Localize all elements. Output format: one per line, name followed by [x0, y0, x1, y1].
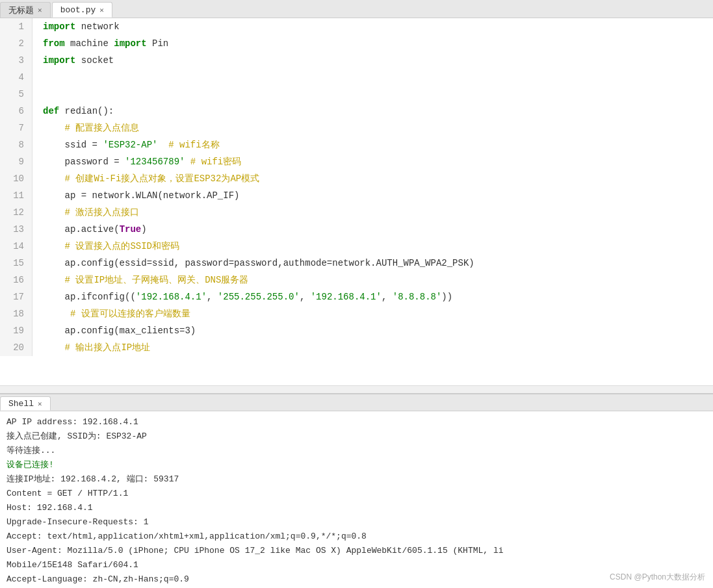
line-number: 19 [0, 322, 32, 339]
line-number: 11 [0, 187, 32, 204]
tab-bar: 无标题✕boot.py✕ [0, 0, 713, 18]
table-row: 7 # 配置接入点信息 [0, 120, 713, 136]
line-number: 17 [0, 288, 32, 305]
shell-tab[interactable]: Shell ✕ [0, 396, 51, 411]
tab-无标题[interactable]: 无标题✕ [0, 2, 51, 18]
line-content[interactable]: # 创建Wi-Fi接入点对象，设置ESP32为AP模式 [32, 170, 713, 187]
line-number: 14 [0, 238, 32, 255]
watermark: CSDN @Python大数据分析 [610, 572, 705, 583]
table-row: 2from machine import Pin [0, 35, 713, 52]
line-number: 18 [0, 305, 32, 322]
table-row: 20 # 输出接入点IP地址 [0, 339, 713, 356]
line-number: 6 [0, 103, 32, 120]
list-item: Accept: text/html,application/xhtml+xml,… [6, 530, 707, 544]
line-number: 15 [0, 255, 32, 272]
horizontal-scrollbar[interactable] [0, 385, 713, 393]
line-content[interactable]: # 激活接入点接口 [32, 204, 713, 221]
line-content[interactable]: ap = network.WLAN(network.AP_IF) [32, 187, 713, 204]
line-content[interactable] [32, 69, 713, 86]
line-number: 4 [0, 69, 32, 86]
table-row: 3import socket [0, 52, 713, 69]
tab-boot.py[interactable]: boot.py✕ [52, 2, 112, 18]
line-number: 10 [0, 170, 32, 187]
shell-tab-bar: Shell ✕ [0, 394, 713, 411]
line-number: 12 [0, 204, 32, 221]
line-content[interactable]: ap.ifconfig(('192.168.4.1', '255.255.255… [32, 288, 713, 305]
table-row: 16 # 设置IP地址、子网掩码、网关、DNS服务器 [0, 272, 713, 288]
line-number: 13 [0, 221, 32, 238]
shell-output[interactable]: AP IP address: 192.168.4.1接入点已创建, SSID为:… [0, 411, 713, 588]
tab-close-icon[interactable]: ✕ [99, 6, 104, 14]
table-row: 12 # 激活接入点接口 [0, 204, 713, 221]
table-row: 5 [0, 86, 713, 103]
shell-close-icon[interactable]: ✕ [38, 400, 42, 408]
line-number: 3 [0, 52, 32, 69]
list-item: 接入点已创建, SSID为: ESP32-AP [6, 429, 707, 444]
table-row: 8 ssid = 'ESP32-AP' # wifi名称 [0, 136, 713, 153]
line-content[interactable]: ap.active(True) [32, 221, 713, 238]
tab-close-icon[interactable]: ✕ [38, 6, 42, 14]
line-number: 20 [0, 339, 32, 356]
tab-label: 无标题 [8, 5, 34, 16]
list-item: 连接IP地址: 192.168.4.2, 端口: 59317 [6, 472, 707, 487]
table-row: 19 ap.config(max_clients=3) [0, 322, 713, 339]
list-item: Accept-Language: zh-CN,zh-Hans;q=0.9 [6, 572, 707, 587]
list-item: Upgrade-Insecure-Requests: 1 [6, 515, 707, 530]
table-row: 10 # 创建Wi-Fi接入点对象，设置ESP32为AP模式 [0, 170, 713, 187]
line-content[interactable] [32, 86, 713, 103]
line-number: 16 [0, 272, 32, 288]
list-item: Host: 192.168.4.1 [6, 501, 707, 515]
table-row: 13 ap.active(True) [0, 221, 713, 238]
table-row: 4 [0, 69, 713, 86]
line-content[interactable]: # 设置接入点的SSID和密码 [32, 238, 713, 255]
line-content[interactable]: # 输出接入点IP地址 [32, 339, 713, 356]
table-row: 18 # 设置可以连接的客户端数量 [0, 305, 713, 322]
table-row: 9 password = '123456789' # wifi密码 [0, 153, 713, 170]
line-number: 9 [0, 153, 32, 170]
list-item: AP IP address: 192.168.4.1 [6, 415, 707, 429]
table-row: 17 ap.ifconfig(('192.168.4.1', '255.255.… [0, 288, 713, 305]
line-content[interactable]: ap.config(essid=ssid, password=password,… [32, 255, 713, 272]
list-item: 设备已连接! [6, 458, 707, 472]
editor-container: 1import network2from machine import Pin3… [0, 18, 713, 393]
table-row: 14 # 设置接入点的SSID和密码 [0, 238, 713, 255]
line-content[interactable]: import network [32, 18, 713, 35]
line-content[interactable]: # 设置IP地址、子网掩码、网关、DNS服务器 [32, 272, 713, 288]
line-content[interactable]: import socket [32, 52, 713, 69]
line-content[interactable]: # 设置可以连接的客户端数量 [32, 305, 713, 322]
line-number: 7 [0, 120, 32, 136]
line-content[interactable]: ssid = 'ESP32-AP' # wifi名称 [32, 136, 713, 153]
line-content[interactable]: ap.config(max_clients=3) [32, 322, 713, 339]
line-number: 1 [0, 18, 32, 35]
line-content[interactable]: def redian(): [32, 103, 713, 120]
list-item: Mobile/15E148 Safari/604.1 [6, 558, 707, 572]
line-content[interactable]: from machine import Pin [32, 35, 713, 52]
shell-panel: Shell ✕ AP IP address: 192.168.4.1接入点已创建… [0, 393, 713, 588]
table-row: 1import network [0, 18, 713, 35]
table-row: 15 ap.config(essid=ssid, password=passwo… [0, 255, 713, 272]
line-number: 5 [0, 86, 32, 103]
list-item: User-Agent: Mozilla/5.0 (iPhone; CPU iPh… [6, 544, 707, 558]
code-area[interactable]: 1import network2from machine import Pin3… [0, 18, 713, 385]
table-row: 6def redian(): [0, 103, 713, 120]
line-number: 2 [0, 35, 32, 52]
line-number: 8 [0, 136, 32, 153]
table-row: 11 ap = network.WLAN(network.AP_IF) [0, 187, 713, 204]
line-content[interactable]: password = '123456789' # wifi密码 [32, 153, 713, 170]
shell-tab-label: Shell [8, 399, 34, 409]
line-content[interactable]: # 配置接入点信息 [32, 120, 713, 136]
list-item: 等待连接... [6, 444, 707, 458]
tab-label: boot.py [60, 5, 96, 15]
list-item: Content = GET / HTTP/1.1 [6, 487, 707, 501]
